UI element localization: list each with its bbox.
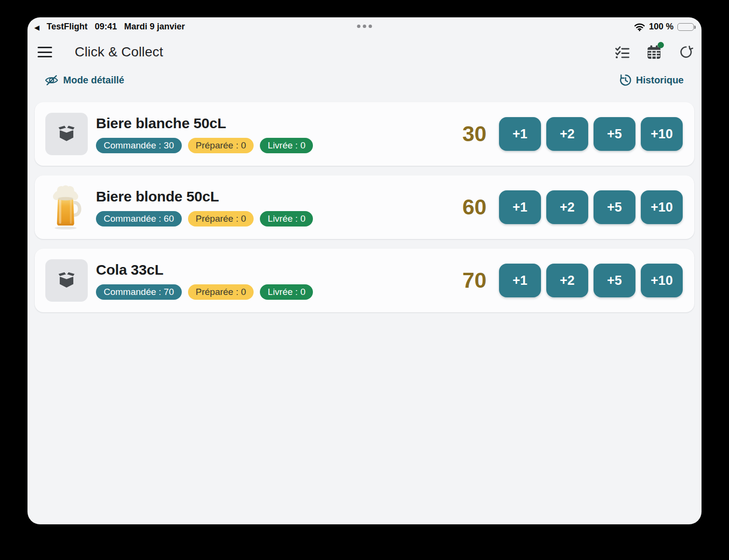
detail-mode-label: Mode détaillé [63, 75, 124, 86]
wifi-icon [634, 23, 645, 31]
ordered-badge: Commandée : 70 [96, 284, 182, 300]
add-1-button[interactable]: +1 [499, 190, 541, 224]
open-box-icon [45, 113, 88, 155]
product-card: Biere blonde 50cL Commandée : 60 Préparé… [35, 175, 694, 239]
battery-icon [677, 23, 694, 31]
status-bar: ◀ TestFlight 09:41 Mardi 9 janvier 100 % [27, 17, 702, 32]
notification-dot [658, 42, 664, 48]
add-10-button[interactable]: +10 [641, 264, 683, 297]
app-header: Click & Collect [27, 43, 702, 61]
history-label: Historique [636, 75, 684, 86]
add-2-button[interactable]: +2 [546, 117, 588, 151]
product-list: Biere blanche 50cL Commandée : 30 Prépar… [27, 102, 702, 312]
add-2-button[interactable]: +2 [546, 190, 588, 224]
product-card: Biere blanche 50cL Commandée : 30 Prépar… [35, 102, 694, 166]
back-to-app-label[interactable]: TestFlight [47, 22, 88, 32]
open-box-icon [45, 259, 88, 302]
refresh-icon[interactable] [678, 45, 693, 60]
page-title: Click & Collect [75, 44, 163, 60]
detail-mode-toggle[interactable]: Mode détaillé [44, 74, 124, 86]
product-card: Cola 33cL Commandée : 70 Préparée : 0 Li… [35, 249, 694, 312]
product-name: Biere blanche 50cL [96, 115, 313, 132]
delivered-badge: Livrée : 0 [260, 284, 313, 300]
status-date: Mardi 9 janvier [124, 22, 185, 32]
delivered-badge: Livrée : 0 [260, 138, 313, 153]
delivered-badge: Livrée : 0 [260, 211, 313, 227]
multitask-dots-icon [357, 25, 372, 28]
status-time: 09:41 [94, 22, 117, 32]
eye-off-icon [44, 74, 59, 86]
quantity-value: 30 [452, 121, 486, 147]
beer-mug-icon [45, 186, 88, 228]
product-name: Cola 33cL [96, 262, 313, 278]
history-button[interactable]: Historique [619, 74, 684, 86]
prepared-badge: Préparée : 0 [188, 284, 254, 300]
add-10-button[interactable]: +10 [641, 190, 683, 224]
prepared-badge: Préparée : 0 [188, 138, 254, 153]
quantity-value: 60 [452, 195, 486, 220]
toolbar: Mode détaillé Historique [27, 74, 702, 86]
add-5-button[interactable]: +5 [594, 190, 635, 224]
add-1-button[interactable]: +1 [499, 117, 541, 151]
checklist-icon[interactable] [615, 45, 630, 60]
menu-icon[interactable] [38, 47, 52, 57]
calendar-icon[interactable] [647, 45, 662, 60]
prepared-badge: Préparée : 0 [188, 211, 254, 227]
back-to-app-icon[interactable]: ◀ [34, 24, 40, 31]
ordered-badge: Commandée : 60 [96, 211, 182, 227]
battery-percent: 100 % [649, 22, 674, 32]
add-1-button[interactable]: +1 [499, 264, 541, 297]
add-2-button[interactable]: +2 [546, 264, 588, 297]
quantity-value: 70 [452, 268, 486, 293]
ordered-badge: Commandée : 30 [96, 138, 182, 153]
add-5-button[interactable]: +5 [594, 117, 635, 151]
add-5-button[interactable]: +5 [594, 264, 635, 297]
history-clock-icon [619, 74, 632, 86]
add-10-button[interactable]: +10 [641, 117, 683, 151]
app-screen: ◀ TestFlight 09:41 Mardi 9 janvier 100 % [27, 17, 702, 524]
product-name: Biere blonde 50cL [96, 188, 313, 205]
